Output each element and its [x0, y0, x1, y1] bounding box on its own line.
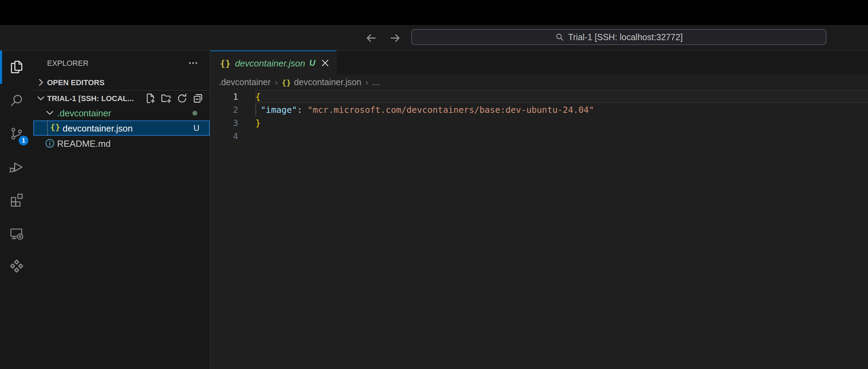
search-icon — [8, 92, 25, 109]
current-line-highlight — [255, 90, 868, 103]
containers-icon — [8, 258, 25, 275]
command-center-title: Trial-1 [SSH: localhost:32772] — [568, 32, 682, 42]
tab-git-status: U — [309, 58, 315, 68]
code-editor[interactable]: 1{2 "image": "mcr.microsoft.com/devconta… — [210, 90, 868, 369]
more-actions-icon[interactable] — [188, 57, 199, 68]
line-number[interactable]: 3 — [210, 116, 238, 129]
json-icon: {} — [282, 78, 291, 87]
code-line-2[interactable]: 2 "image": "mcr.microsoft.com/devcontain… — [210, 103, 868, 116]
token-string: "mcr.microsoft.com/devcontainers/base:de… — [308, 105, 594, 115]
line-content: } — [238, 116, 261, 129]
token-plain: : — [297, 105, 302, 115]
activity-item-containers[interactable] — [0, 250, 33, 283]
source-control-badge: 1 — [19, 136, 28, 145]
sidebar-title: EXPLORER — [47, 58, 89, 67]
breadcrumb-label: devcontainer.json — [294, 78, 361, 87]
code-line-4[interactable]: 4 — [210, 129, 868, 143]
tree-item-label: devcontainer.json — [63, 123, 133, 133]
chevron-down-icon — [44, 107, 55, 118]
forward-button[interactable] — [389, 32, 401, 44]
close-icon[interactable] — [319, 57, 330, 69]
search-icon — [555, 33, 564, 42]
files-icon — [8, 59, 25, 75]
activity-item-source-control[interactable]: 1 — [0, 117, 33, 150]
tree-item-.devcontainer[interactable]: .devcontainer — [33, 105, 210, 120]
line-number[interactable]: 1 — [210, 90, 238, 103]
line-content: { — [238, 90, 261, 103]
activity-bar: 1 — [0, 51, 33, 369]
macos-menubar-strip — [0, 0, 868, 25]
new-file-icon[interactable] — [145, 92, 156, 104]
tree-item-README.md[interactable]: README.md — [33, 136, 210, 151]
line-content — [238, 129, 255, 143]
section-workspace[interactable]: TRIAL-1 [SSH: LOCAL... — [33, 90, 210, 105]
git-modified-dot — [192, 110, 197, 115]
file-tree: .devcontainer{}devcontainer.jsonUREADME.… — [33, 105, 210, 151]
token-bracket: } — [255, 118, 261, 128]
refresh-icon[interactable] — [177, 92, 188, 104]
tree-item-label: .devcontainer — [57, 108, 111, 118]
section-label: OPEN EDITORS — [47, 78, 105, 87]
git-status-badge: U — [193, 123, 199, 133]
breadcrumb-separator: › — [365, 78, 368, 87]
breadcrumb-item[interactable]: {}devcontainer.json — [282, 78, 361, 87]
json-icon: {} — [50, 123, 61, 134]
tab-label: devcontainer.json — [235, 58, 305, 68]
breadcrumb-label: ... — [372, 78, 380, 87]
collapse-all-icon[interactable] — [192, 92, 204, 104]
vscode-window: Trial-1 [SSH: localhost:32772] 1 EXPLORE… — [0, 0, 868, 369]
activity-item-remote-explorer[interactable] — [0, 217, 33, 250]
explorer-sidebar: EXPLORER OPEN EDITORS TRIAL-1 [SSH: LOCA… — [33, 51, 210, 369]
activity-item-search[interactable] — [0, 84, 33, 117]
line-number[interactable]: 2 — [210, 103, 238, 116]
forward-arrow-icon — [389, 32, 401, 44]
breadcrumb-item[interactable]: .devcontainer — [219, 78, 271, 87]
run-debug-icon — [8, 159, 25, 175]
token-bracket: { — [255, 91, 261, 102]
tree-item-label: README.md — [57, 138, 111, 148]
new-folder-icon[interactable] — [161, 92, 172, 104]
line-number[interactable]: 4 — [210, 129, 238, 143]
activity-item-explorer[interactable] — [0, 51, 33, 84]
token-key: "image" — [261, 105, 297, 115]
activity-item-extensions[interactable] — [0, 183, 33, 217]
editor-group: {} devcontainer.json U .devcontainer›{}d… — [210, 51, 868, 369]
info-icon — [44, 138, 55, 149]
section-open-editors[interactable]: OPEN EDITORS — [33, 75, 210, 90]
chevron-down-icon — [35, 92, 46, 104]
tree-indent-guide — [47, 120, 48, 136]
token-plain — [255, 105, 261, 115]
command-center[interactable]: Trial-1 [SSH: localhost:32772] — [411, 29, 826, 45]
section-label: TRIAL-1 [SSH: LOCAL... — [47, 94, 134, 102]
line-content: "image": "mcr.microsoft.com/devcontainer… — [238, 103, 594, 116]
back-button[interactable] — [365, 32, 377, 44]
breadcrumb-item[interactable]: ... — [372, 78, 380, 87]
remote-explorer-icon — [8, 225, 25, 242]
activity-item-run-and-debug[interactable] — [0, 150, 33, 183]
json-icon: {} — [220, 57, 231, 69]
chevron-right-icon — [35, 77, 46, 88]
tab-bar: {} devcontainer.json U — [210, 51, 868, 75]
section-actions — [145, 92, 204, 104]
tree-item-devcontainer.json[interactable]: {}devcontainer.jsonU — [33, 120, 210, 136]
code-line-1[interactable]: 1{ — [210, 90, 868, 103]
token-plain — [302, 105, 308, 115]
back-arrow-icon — [365, 32, 377, 44]
breadcrumbs: .devcontainer›{}devcontainer.json›... — [210, 75, 868, 90]
title-bar: Trial-1 [SSH: localhost:32772] — [0, 25, 868, 51]
extensions-icon — [8, 192, 25, 208]
breadcrumb-separator: › — [275, 78, 278, 87]
sidebar-title-bar: EXPLORER — [33, 51, 210, 75]
tab-devcontainer-json[interactable]: {} devcontainer.json U — [210, 51, 336, 75]
breadcrumb-label: .devcontainer — [219, 78, 271, 87]
code-line-3[interactable]: 3} — [210, 116, 868, 129]
